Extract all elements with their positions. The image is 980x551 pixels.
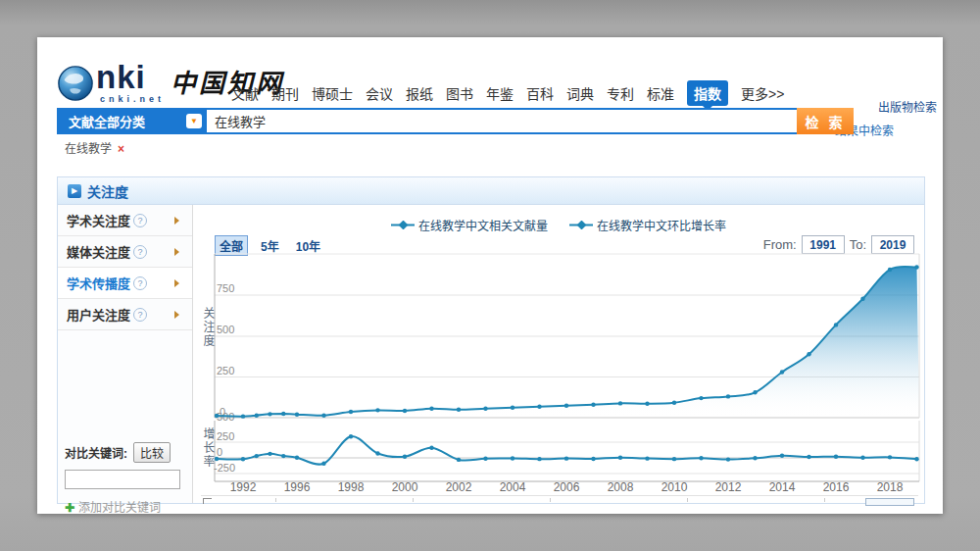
search-input[interactable]: [207, 108, 797, 134]
sidebar-item-label: 学术关注度: [67, 211, 130, 229]
compare-block: 对比关键词:比较 ✚添加对比关键词: [65, 442, 186, 515]
query-tag: 在线教学×: [65, 139, 124, 156]
slider-tick: [413, 498, 414, 502]
nav-item[interactable]: 更多>>: [741, 83, 784, 103]
add-compare-text: 添加对比关键词: [78, 501, 161, 515]
x-axis-tick-label: 2018: [868, 480, 911, 494]
svg-text:-250: -250: [214, 462, 235, 474]
legend-label: 在线教学中文相关文献量: [418, 217, 548, 233]
slider-bracket-icon: [203, 498, 212, 504]
svg-text:500: 500: [217, 324, 234, 335]
attention-panel: ▶ 关注度 学术关注度?媒体关注度?学术传播度?用户关注度? 对比关键词:比较 …: [57, 176, 925, 504]
nav-item[interactable]: 专利: [607, 83, 634, 103]
x-axis-tick-label: 2012: [707, 480, 750, 494]
query-tag-text: 在线教学: [65, 142, 112, 156]
x-axis-tick-label: 2004: [491, 480, 534, 494]
chevron-down-icon: ▼: [186, 114, 202, 128]
nav-item[interactable]: 词典: [566, 83, 594, 103]
sidebar-item-label: 用户关注度: [67, 305, 130, 324]
svg-text:0: 0: [217, 446, 222, 458]
x-axis-tick-label: 2010: [653, 480, 696, 494]
search-bar: 文献全部分类 ▼ 检 索: [57, 108, 854, 134]
legend-marker-icon: [569, 221, 593, 229]
panel-header: ▶ 关注度: [58, 177, 924, 205]
category-dropdown[interactable]: 文献全部分类 ▼: [57, 108, 207, 134]
brand-domain: cnki.net: [100, 94, 165, 104]
globe-icon: [57, 65, 94, 102]
x-axis-tick-label: 1992: [221, 480, 265, 494]
category-label: 文献全部分类: [69, 112, 145, 130]
sidebar-item-label: 学术传播度: [67, 274, 130, 292]
nav-item[interactable]: 百科: [526, 83, 554, 103]
compare-keyword-input[interactable]: [65, 470, 180, 489]
help-icon[interactable]: ?: [133, 308, 147, 322]
add-compare-link[interactable]: ✚添加对比关键词: [65, 498, 186, 515]
nav-item[interactable]: 期刊: [271, 83, 299, 103]
svg-text:750: 750: [217, 282, 234, 294]
cnki-page: nki 中国知网 cnki.net 文献期刊博硕士会议报纸图书年鉴百科词典专利标…: [37, 37, 943, 514]
x-axis-tick-label: 1996: [275, 480, 318, 494]
search-button[interactable]: 检 索: [797, 108, 854, 134]
to-label: To:: [850, 237, 866, 252]
x-axis-tick-label: 2002: [437, 480, 480, 494]
svg-text:250: 250: [217, 430, 234, 442]
sidebar-item[interactable]: 学术关注度?: [58, 205, 192, 236]
sidebar-item[interactable]: 学术传播度?: [58, 268, 192, 299]
x-axis-tick-label: 2014: [760, 480, 804, 494]
nav-item[interactable]: 图书: [446, 83, 473, 103]
expand-arrow-icon: [174, 248, 183, 256]
plus-icon: ✚: [65, 501, 74, 515]
slider-tick: [687, 498, 688, 502]
x-axis-tick-label: 2006: [545, 480, 588, 494]
sidebar-item[interactable]: 用户关注度?: [58, 299, 192, 330]
slider-tick: [275, 498, 276, 502]
legend-item[interactable]: 在线教学中文环比增长率: [569, 217, 726, 233]
x-axis-tick-label: 2000: [383, 480, 426, 494]
range-slider-strip[interactable]: [201, 495, 918, 504]
sidebar: 学术关注度?媒体关注度?学术传播度?用户关注度? 对比关键词:比较 ✚添加对比关…: [58, 205, 193, 503]
nav-item[interactable]: 指数: [687, 80, 728, 106]
x-axis-tick-label: 2008: [599, 480, 642, 494]
chart-region: 在线教学中文相关文献量在线教学中文环比增长率 全部5年10年 From: To:…: [193, 205, 924, 503]
help-icon[interactable]: ?: [133, 276, 147, 290]
help-icon[interactable]: ?: [133, 214, 147, 227]
expand-arrow-icon: [174, 279, 183, 287]
help-icon[interactable]: ?: [133, 245, 147, 259]
slider-tick: [824, 498, 825, 502]
legend-item[interactable]: 在线教学中文相关文献量: [391, 217, 548, 233]
nav-item[interactable]: 报纸: [406, 83, 433, 103]
from-label: From:: [763, 237, 797, 252]
sidebar-item-label: 媒体关注度: [67, 242, 130, 261]
nav-item[interactable]: 年鉴: [486, 83, 514, 103]
legend-label: 在线教学中文环比增长率: [597, 217, 726, 233]
nav-item[interactable]: 博硕士: [312, 83, 353, 103]
brand-text: nki: [96, 59, 146, 96]
expand-arrow-icon: [174, 311, 183, 319]
compare-button[interactable]: 比较: [133, 442, 171, 463]
play-icon: ▶: [68, 184, 81, 198]
growth-rate-line-chart[interactable]: 2500-250: [197, 421, 922, 485]
compare-label: 对比关键词:: [65, 447, 127, 461]
nav-item[interactable]: 文献: [231, 83, 259, 103]
chart-legend: 在线教学中文相关文献量在线教学中文环比增长率: [193, 217, 924, 233]
top-nav: 文献期刊博硕士会议报纸图书年鉴百科词典专利标准指数更多>>: [231, 80, 784, 106]
panel-title: 关注度: [87, 181, 128, 201]
nav-item[interactable]: 会议: [366, 83, 393, 103]
slider-handle[interactable]: [865, 498, 914, 506]
documents-line-chart[interactable]: 7505002500500: [197, 252, 922, 423]
x-axis-tick-label: 1998: [329, 480, 372, 494]
slider-tick: [550, 498, 551, 502]
nav-item[interactable]: 标准: [647, 83, 674, 103]
legend-marker-icon: [391, 221, 415, 229]
sidebar-item[interactable]: 媒体关注度?: [58, 236, 192, 268]
x-axis-tick-label: 2016: [814, 480, 858, 494]
expand-arrow-icon: [174, 217, 183, 225]
remove-tag-icon[interactable]: ×: [118, 142, 124, 156]
publication-search-link[interactable]: 出版物检索: [878, 98, 937, 115]
svg-text:250: 250: [217, 365, 234, 376]
